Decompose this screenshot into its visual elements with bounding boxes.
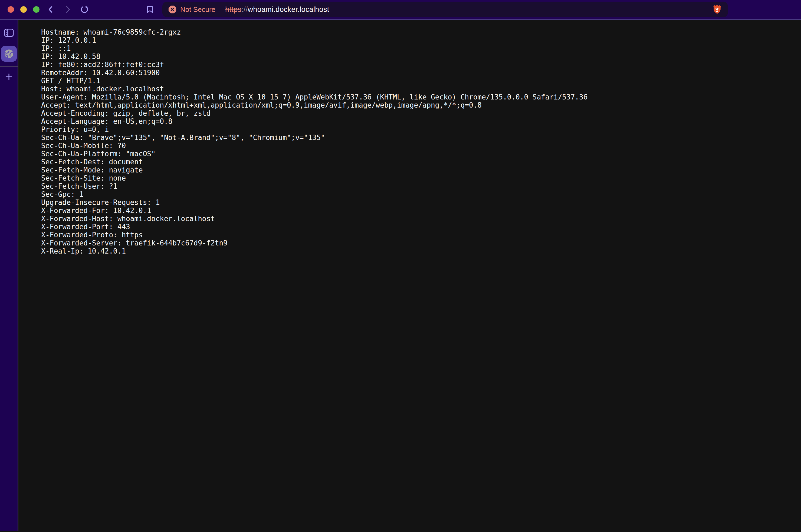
window-zoom-button[interactable] — [33, 6, 39, 13]
sidebar-divider — [0, 66, 18, 67]
browser-toolbar: Not Secure https://whoami.docker.localho… — [0, 0, 801, 20]
bookmark-button[interactable] — [145, 4, 155, 15]
new-tab-button[interactable] — [4, 72, 14, 82]
brave-shield-icon — [712, 4, 722, 15]
forward-button — [62, 4, 73, 15]
window-minimize-button[interactable] — [20, 6, 27, 13]
url-text: https://whoami.docker.localhost — [225, 5, 329, 14]
addressbar-separator — [705, 5, 705, 14]
back-icon — [46, 5, 55, 14]
not-secure-octagon-icon — [168, 5, 177, 14]
globe-icon — [3, 49, 14, 59]
url-scheme-separator: :// — [241, 5, 248, 14]
bookmark-icon — [146, 5, 154, 14]
window-close-button[interactable] — [7, 6, 14, 13]
tab-whoami-active[interactable] — [1, 46, 17, 62]
window-controls — [7, 6, 39, 13]
url-scheme: https — [225, 5, 241, 14]
sidebar-toggle-icon — [3, 27, 15, 38]
vertical-tab-sidebar — [0, 20, 18, 531]
security-badge-label[interactable]: Not Secure — [180, 5, 215, 14]
plus-icon — [4, 72, 14, 81]
response-text: Hostname: whoami-76c9859cfc-2rgxz IP: 12… — [18, 20, 801, 261]
brave-shields-button[interactable] — [712, 4, 723, 15]
reload-button[interactable] — [79, 4, 90, 15]
back-button[interactable] — [45, 4, 56, 15]
address-bar[interactable]: Not Secure https://whoami.docker.localho… — [162, 2, 728, 17]
url-host: whoami.docker.localhost — [248, 5, 329, 14]
reload-icon — [80, 5, 89, 14]
forward-icon — [63, 5, 72, 14]
sidebar-toggle-button[interactable] — [3, 27, 15, 38]
web-page-content: Hostname: whoami-76c9859cfc-2rgxz IP: 12… — [18, 20, 801, 531]
